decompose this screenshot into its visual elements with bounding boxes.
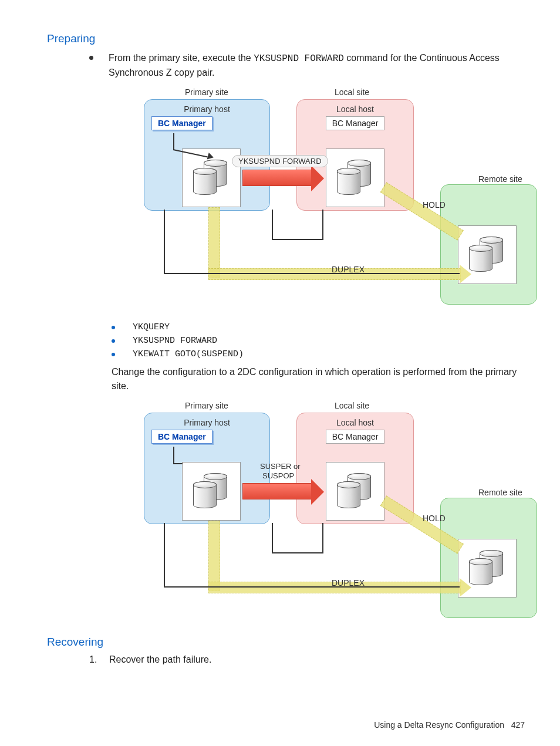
duplex-label: DUPLEX: [332, 578, 365, 588]
footer-text: Using a Delta Resync Configuration: [374, 720, 504, 730]
label-local-site: Local site: [335, 401, 369, 410]
paragraph: Change the configuration to a 2DC config…: [112, 365, 526, 392]
bc-manager-local: BC Manager: [326, 430, 385, 444]
command-item: YKEWAIT GOTO(SUSPEND): [112, 349, 526, 359]
step-number: 1.: [89, 654, 109, 665]
primary-host-label: Primary host: [149, 418, 265, 427]
duplex-label: DUPLEX: [332, 265, 365, 274]
line: [272, 210, 273, 240]
line: [322, 523, 323, 553]
label-remote-site: Remote site: [478, 174, 522, 184]
diagram-1: Primary site Local site Remote site Prim…: [126, 87, 537, 310]
bullet-dot-icon: [112, 353, 115, 356]
local-host-label: Local host: [302, 104, 409, 114]
bc-manager-local: BC Manager: [326, 116, 385, 130]
connector-line: [173, 447, 174, 463]
line: [164, 586, 460, 588]
arrow-duplex-tip: [460, 578, 471, 597]
step-text: Recover the path failure.: [109, 654, 211, 665]
cmd-pill: YKSUSPND FORWARD: [232, 155, 328, 167]
label-remote-site: Remote site: [478, 488, 522, 497]
numbered-step: 1. Recover the path failure.: [89, 654, 526, 665]
line: [164, 210, 165, 273]
arrow-red: [242, 170, 313, 186]
arrow-duplex-v: [208, 521, 220, 591]
command-item: YKQUERY: [112, 322, 526, 332]
connector-line: [173, 133, 174, 150]
section-heading-recovering: Recovering: [47, 636, 526, 649]
bullet-item: From the primary site, execute the YKSUS…: [89, 51, 526, 79]
arrow-duplex-v: [208, 207, 220, 278]
line: [164, 273, 460, 274]
command-item: YKSUSPND FORWARD: [112, 336, 526, 346]
bullet-text: From the primary site, execute the YKSUS…: [109, 51, 526, 79]
local-disk: [326, 462, 384, 521]
hold-label: HOLD: [423, 514, 446, 523]
line: [272, 552, 322, 553]
diagram-2: Primary site Local site Remote site Prim…: [126, 401, 537, 624]
bullet-dot: [89, 56, 93, 60]
primary-disk: [182, 462, 241, 521]
arrow-duplex-tip: [460, 265, 471, 283]
page-footer: Using a Delta Resync Configuration 427: [374, 720, 525, 730]
susp-label-1: SUSPER or: [260, 462, 301, 471]
label-local-site: Local site: [335, 87, 369, 97]
section-heading-preparing: Preparing: [47, 32, 526, 45]
local-host-label: Local host: [302, 418, 409, 427]
connector-line: [173, 463, 183, 464]
primary-host-label: Primary host: [149, 104, 265, 114]
bullet-dot-icon: [112, 326, 115, 329]
line: [272, 523, 273, 553]
command-list: YKQUERY YKSUSPND FORWARD YKEWAIT GOTO(SU…: [112, 322, 526, 359]
hold-label: HOLD: [423, 200, 446, 210]
bullet-dot-icon: [112, 339, 115, 343]
command-text: YKEWAIT GOTO(SUSPEND): [133, 349, 244, 359]
label-primary-site: Primary site: [185, 401, 228, 410]
label-primary-site: Primary site: [185, 87, 228, 97]
command-text: YKSUSPND FORWARD: [133, 336, 217, 346]
arrow-red: [242, 483, 313, 499]
bc-manager-primary: BC Manager: [151, 116, 212, 130]
bc-manager-primary: BC Manager: [151, 430, 212, 444]
inline-command: YKSUSPND FORWARD: [254, 53, 344, 64]
line: [272, 239, 322, 240]
susp-label-2: SUSPOP: [262, 471, 294, 480]
footer-page: 427: [511, 720, 525, 730]
bullet-pre: From the primary site, execute the: [109, 53, 254, 63]
line: [164, 523, 165, 586]
command-text: YKQUERY: [133, 322, 170, 332]
local-disk: [326, 148, 384, 207]
line: [322, 210, 323, 240]
